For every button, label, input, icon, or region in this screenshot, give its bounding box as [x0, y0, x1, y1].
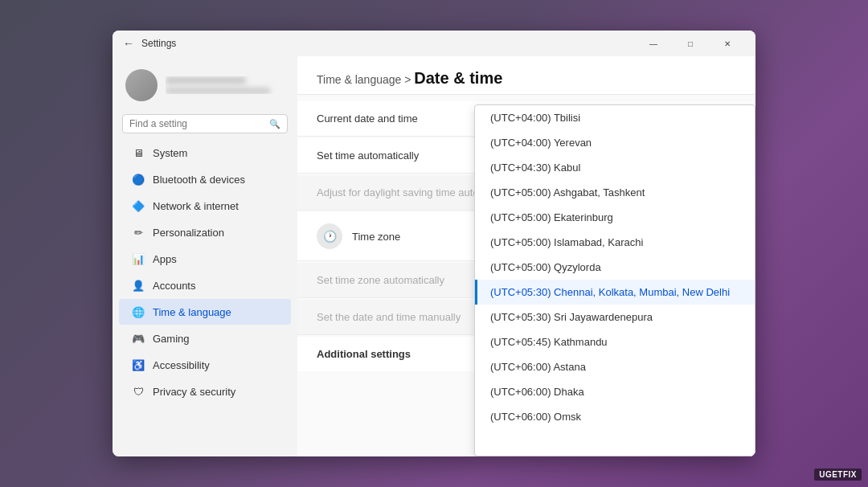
sidebar-label-personalization: Personalization [153, 227, 224, 239]
title-bar-left: ← Settings [122, 37, 635, 50]
timezone-dropdown[interactable]: (UTC+04:00) Tbilisi (UTC+04:00) Yerevan … [474, 104, 755, 456]
sidebar-label-time: Time & language [153, 306, 231, 318]
sidebar-label-bluetooth: Bluetooth & devices [153, 174, 245, 186]
dropdown-item-ashgabat[interactable]: (UTC+05:00) Ashgabat, Tashkent [475, 180, 755, 205]
sidebar-item-network[interactable]: 🔷 Network & internet [119, 193, 291, 219]
search-input[interactable] [129, 118, 264, 129]
timezone-icon: 🕐 [317, 223, 342, 249]
settings-window: ← Settings — □ ✕ 🔍 🖥 [113, 31, 755, 456]
user-name-blurred [166, 76, 246, 84]
dropdown-item-dhaka[interactable]: (UTC+06:00) Dhaka [475, 379, 755, 404]
sidebar-label-accessibility: Accessibility [153, 359, 210, 371]
system-icon: 🖥 [132, 146, 145, 159]
title-bar: ← Settings — □ ✕ [113, 31, 755, 56]
sidebar: 🔍 🖥 System 🔵 Bluetooth & devices 🔷 Netwo… [113, 56, 297, 456]
close-button[interactable]: ✕ [709, 31, 746, 56]
window-title: Settings [141, 38, 176, 49]
sidebar-label-gaming: Gaming [153, 333, 190, 345]
personalization-icon: ✏ [132, 226, 145, 239]
accounts-icon: 👤 [132, 279, 145, 292]
sidebar-label-accounts: Accounts [153, 280, 195, 292]
dropdown-item-tbilisi[interactable]: (UTC+04:00) Tbilisi [475, 105, 755, 130]
dropdown-item-kabul[interactable]: (UTC+04:30) Kabul [475, 155, 755, 180]
dropdown-item-sri[interactable]: (UTC+05:30) Sri Jayawardenepura [475, 305, 755, 329]
search-box[interactable]: 🔍 [122, 114, 288, 133]
page-title: Date & time [414, 69, 502, 87]
sidebar-item-gaming[interactable]: 🎮 Gaming [119, 325, 291, 351]
maximize-button[interactable]: □ [672, 31, 709, 56]
sidebar-item-apps[interactable]: 📊 Apps [119, 246, 291, 272]
sidebar-label-system: System [153, 147, 187, 159]
apps-icon: 📊 [132, 252, 145, 265]
accessibility-icon: ♿ [132, 358, 145, 371]
page-header: Time & language > Date & time [297, 56, 755, 95]
breadcrumb: Time & language > Date & time [317, 69, 736, 88]
sidebar-label-network: Network & internet [153, 200, 239, 212]
sidebar-item-system[interactable]: 🖥 System [119, 140, 291, 166]
dropdown-item-omsk[interactable]: (UTC+06:00) Omsk [475, 404, 755, 429]
user-email-blurred [166, 88, 270, 94]
back-button[interactable]: ← [122, 37, 135, 50]
dropdown-item-astana[interactable]: (UTC+06:00) Astana [475, 354, 755, 379]
dropdown-item-yerevan[interactable]: (UTC+04:00) Yerevan [475, 130, 755, 155]
sidebar-item-privacy[interactable]: 🛡 Privacy & security [119, 379, 291, 404]
sidebar-item-time[interactable]: 🌐 Time & language [119, 299, 291, 325]
sidebar-label-apps: Apps [153, 253, 177, 265]
sidebar-label-privacy: Privacy & security [153, 386, 235, 398]
sidebar-item-personalization[interactable]: ✏ Personalization [119, 219, 291, 245]
sidebar-item-accessibility[interactable]: ♿ Accessibility [119, 352, 291, 378]
search-icon: 🔍 [269, 119, 280, 129]
sidebar-item-accounts[interactable]: 👤 Accounts [119, 272, 291, 298]
network-icon: 🔷 [132, 199, 145, 212]
dropdown-item-ekaterinburg[interactable]: (UTC+05:00) Ekaterinburg [475, 205, 755, 230]
dropdown-item-islamabad[interactable]: (UTC+05:00) Islamabad, Karachi [475, 230, 755, 255]
time-icon: 🌐 [132, 305, 145, 318]
dropdown-item-chennai[interactable]: (UTC+05:30) Chennai, Kolkata, Mumbai, Ne… [475, 280, 755, 305]
user-info [166, 76, 285, 94]
main-content: Time & language > Date & time Current da… [297, 56, 755, 456]
user-profile [113, 63, 297, 111]
breadcrumb-parent: Time & language > [317, 73, 411, 86]
content-area: 🔍 🖥 System 🔵 Bluetooth & devices 🔷 Netwo… [113, 56, 755, 456]
dropdown-item-kathmandu[interactable]: (UTC+05:45) Kathmandu [475, 329, 755, 354]
avatar [125, 69, 158, 101]
minimize-button[interactable]: — [635, 31, 672, 56]
privacy-icon: 🛡 [132, 385, 145, 398]
dropdown-item-qyzylorda[interactable]: (UTC+05:00) Qyzylorda [475, 255, 755, 280]
watermark: UGETFIX [814, 469, 862, 481]
bluetooth-icon: 🔵 [132, 173, 145, 186]
sidebar-item-bluetooth[interactable]: 🔵 Bluetooth & devices [119, 166, 291, 192]
additional-label: Additional settings [317, 348, 411, 360]
window-controls: — □ ✕ [635, 31, 746, 56]
gaming-icon: 🎮 [132, 332, 145, 345]
